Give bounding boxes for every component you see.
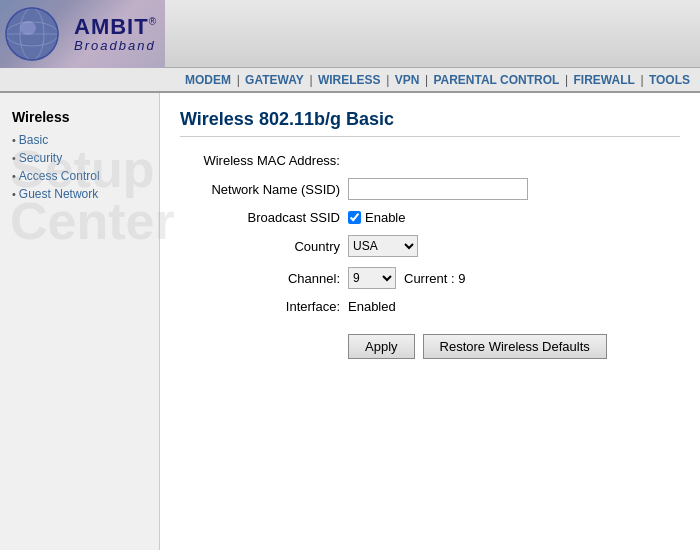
nav-sep-6: | (640, 73, 646, 87)
interface-value: Enabled (348, 299, 396, 314)
nav-sep-4: | (425, 73, 431, 87)
sidebar-link-access-control[interactable]: Access Control (19, 169, 100, 183)
bullet-security: • (12, 152, 16, 164)
header: AMBIT ® Broadband (0, 0, 700, 68)
enable-label[interactable]: Enable (365, 210, 405, 225)
nav-sep-1: | (237, 73, 243, 87)
bullet-basic: • (12, 134, 16, 146)
sidebar-item-access-control[interactable]: • Access Control (12, 169, 147, 183)
channel-group: 1 2 3 4 5 6 7 8 9 10 11 Current : 9 (348, 267, 465, 289)
broadcast-ssid-row: Broadcast SSID Enable (180, 210, 680, 225)
button-row: Apply Restore Wireless Defaults (348, 334, 680, 359)
brand-tagline: Broadband (74, 38, 156, 53)
sidebar: SetupCenter Wireless • Basic • Security … (0, 93, 160, 550)
brand-name: AMBIT (74, 14, 149, 40)
interface-row: Interface: Enabled (180, 299, 680, 314)
sidebar-title: Wireless (12, 109, 147, 125)
broadcast-checkbox[interactable] (348, 211, 361, 224)
sidebar-link-security[interactable]: Security (19, 151, 62, 165)
page-title: Wireless 802.11b/g Basic (180, 109, 680, 137)
apply-button[interactable]: Apply (348, 334, 415, 359)
sidebar-item-basic[interactable]: • Basic (12, 133, 147, 147)
interface-label: Interface: (180, 299, 340, 314)
restore-defaults-button[interactable]: Restore Wireless Defaults (423, 334, 607, 359)
channel-row: Channel: 1 2 3 4 5 6 7 8 9 10 11 Current… (180, 267, 680, 289)
svg-point-5 (20, 21, 36, 35)
logo-area: AMBIT ® Broadband (0, 0, 165, 68)
ambit-logo: AMBIT ® Broadband (74, 14, 156, 53)
main: SetupCenter Wireless • Basic • Security … (0, 93, 700, 550)
mac-address-row: Wireless MAC Address: (180, 153, 680, 168)
sidebar-link-basic[interactable]: Basic (19, 133, 48, 147)
nav-modem[interactable]: MODEM (185, 73, 231, 87)
sidebar-item-guest-network[interactable]: • Guest Network (12, 187, 147, 201)
bullet-access-control: • (12, 170, 16, 182)
globe-icon (0, 0, 70, 68)
country-row: Country USA CANADA EUROPE (180, 235, 680, 257)
current-channel-text: Current : 9 (404, 271, 465, 286)
nav-vpn[interactable]: VPN (395, 73, 420, 87)
content-area: Wireless 802.11b/g Basic Wireless MAC Ad… (160, 93, 700, 550)
navbar: MODEM | GATEWAY | WIRELESS | VPN | PAREN… (0, 68, 700, 93)
country-label: Country (180, 239, 340, 254)
ssid-row: Network Name (SSID) (180, 178, 680, 200)
nav-firewall[interactable]: FIREWALL (573, 73, 634, 87)
sidebar-item-security[interactable]: • Security (12, 151, 147, 165)
country-select[interactable]: USA CANADA EUROPE (348, 235, 418, 257)
nav-gateway[interactable]: GATEWAY (245, 73, 304, 87)
channel-select[interactable]: 1 2 3 4 5 6 7 8 9 10 11 (348, 267, 396, 289)
broadcast-enable-group: Enable (348, 210, 405, 225)
ssid-label: Network Name (SSID) (180, 182, 340, 197)
nav-sep-2: | (309, 73, 315, 87)
ssid-input[interactable] (348, 178, 528, 200)
mac-address-label: Wireless MAC Address: (180, 153, 340, 168)
nav-parental-control[interactable]: PARENTAL CONTROL (433, 73, 559, 87)
nav-sep-5: | (565, 73, 571, 87)
registered-symbol: ® (149, 16, 156, 27)
nav-wireless[interactable]: WIRELESS (318, 73, 381, 87)
bullet-guest-network: • (12, 188, 16, 200)
nav-tools[interactable]: TOOLS (649, 73, 690, 87)
channel-label: Channel: (180, 271, 340, 286)
sidebar-link-guest-network[interactable]: Guest Network (19, 187, 98, 201)
broadcast-ssid-label: Broadcast SSID (180, 210, 340, 225)
nav-sep-3: | (386, 73, 392, 87)
